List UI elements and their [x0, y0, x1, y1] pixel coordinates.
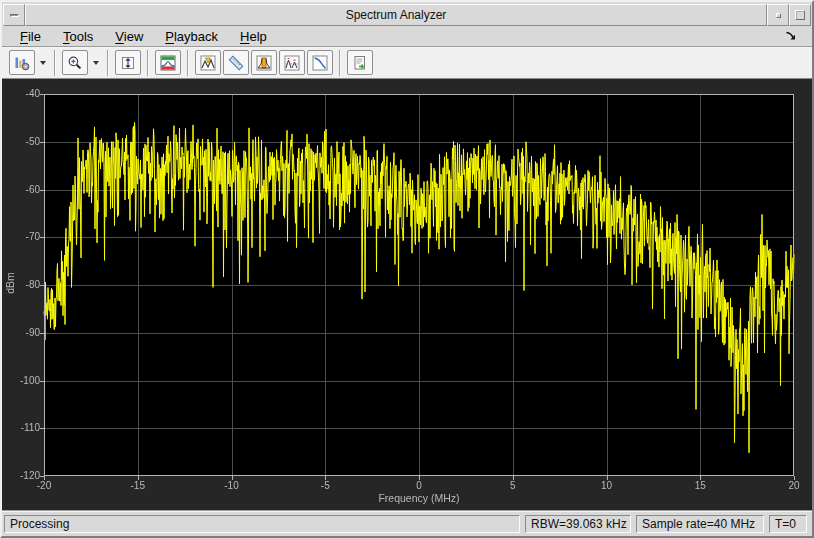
- window-title: Spectrum Analyzer: [25, 4, 767, 26]
- peak-finder-button[interactable]: [279, 50, 305, 75]
- x-tick-label: 5: [491, 480, 535, 491]
- dock-arrow-icon[interactable]: [784, 29, 798, 43]
- ruler-icon: [228, 55, 244, 71]
- window-menu-icon: [10, 14, 19, 17]
- minimize-button[interactable]: [767, 4, 789, 26]
- status-time: T=0: [769, 515, 807, 533]
- ccdf-measurements-button[interactable]: [307, 50, 333, 75]
- y-tick-label: -80: [2, 279, 40, 290]
- distortion-measurements-button[interactable]: [223, 50, 249, 75]
- configuration-properties-dropdown[interactable]: [36, 50, 49, 75]
- chart-settings-icon: [14, 55, 30, 71]
- peak-finder-icon: [284, 55, 300, 71]
- spectrum-plot: dBm Frequency (MHz) -40-50-60-70-80-90-1…: [2, 79, 812, 510]
- x-tick-label: -15: [116, 480, 160, 491]
- x-tick-label: 10: [585, 480, 629, 491]
- export-document-icon: [352, 55, 368, 71]
- export-button[interactable]: [347, 50, 373, 75]
- spectrum-settings-button[interactable]: [155, 50, 181, 75]
- zoom-in-button[interactable]: [62, 50, 88, 75]
- chevron-down-icon: [93, 61, 99, 65]
- chevron-down-icon: [40, 61, 46, 65]
- x-tick-label: 15: [678, 480, 722, 491]
- x-tick-label: -5: [303, 480, 347, 491]
- status-rbw: RBW=39.063 kHz: [525, 515, 631, 533]
- minimize-icon: [776, 13, 781, 18]
- maximize-icon: [795, 10, 805, 20]
- y-tick-label: -60: [2, 184, 40, 195]
- configuration-properties-button[interactable]: [9, 50, 35, 75]
- zoom-in-icon: [67, 55, 83, 71]
- status-sample-rate: Sample rate=40 MHz: [636, 515, 764, 533]
- spectrum-analyzer-window: Spectrum Analyzer FileToolsViewPlaybackH…: [0, 0, 814, 538]
- channel-measurements-button[interactable]: [251, 50, 277, 75]
- menu-view[interactable]: View: [107, 29, 151, 44]
- y-tick-label: -90: [2, 327, 40, 338]
- menu-help[interactable]: Help: [232, 29, 275, 44]
- toolbar-separator: [339, 50, 341, 76]
- toolbar: [2, 47, 812, 79]
- menu-playback[interactable]: Playback: [157, 29, 226, 44]
- menu-tools[interactable]: Tools: [55, 29, 101, 44]
- toolbar-separator: [54, 50, 56, 76]
- x-tick-label: -10: [210, 480, 254, 491]
- y-tick-label: -50: [2, 136, 40, 147]
- toolbar-separator: [187, 50, 189, 76]
- status-message: Processing: [4, 515, 520, 533]
- x-tick-label: 0: [397, 480, 441, 491]
- toolbar-separator: [107, 50, 109, 76]
- plot-canvas[interactable]: [2, 79, 812, 510]
- channel-power-icon: [256, 55, 272, 71]
- menu-bar-items: FileToolsViewPlaybackHelp: [12, 29, 281, 44]
- cursor-measurements-button[interactable]: [195, 50, 221, 75]
- maximize-button[interactable]: [789, 4, 811, 26]
- x-axis-label: Frequency (MHz): [44, 492, 794, 504]
- spectrum-settings-icon: [160, 55, 176, 71]
- y-tick-label: -100: [2, 375, 40, 386]
- ccdf-curve-icon: [312, 55, 328, 71]
- menu-file[interactable]: File: [12, 29, 49, 44]
- zoom-in-dropdown[interactable]: [89, 50, 102, 75]
- y-tick-label: -110: [2, 422, 40, 433]
- autoscale-icon: [120, 55, 136, 71]
- menu-bar: FileToolsViewPlaybackHelp: [2, 26, 812, 47]
- cursor-measurements-icon: [200, 55, 216, 71]
- window-menu-button[interactable]: [3, 4, 25, 26]
- y-tick-label: -70: [2, 231, 40, 242]
- x-tick-label: 20: [772, 480, 814, 491]
- title-bar: Spectrum Analyzer: [2, 2, 812, 26]
- y-tick-label: -40: [2, 88, 40, 99]
- status-bar: Processing RBW=39.063 kHz Sample rate=40…: [2, 510, 812, 536]
- toolbar-separator: [147, 50, 149, 76]
- x-tick-label: -20: [22, 480, 66, 491]
- autoscale-axes-button[interactable]: [115, 50, 141, 75]
